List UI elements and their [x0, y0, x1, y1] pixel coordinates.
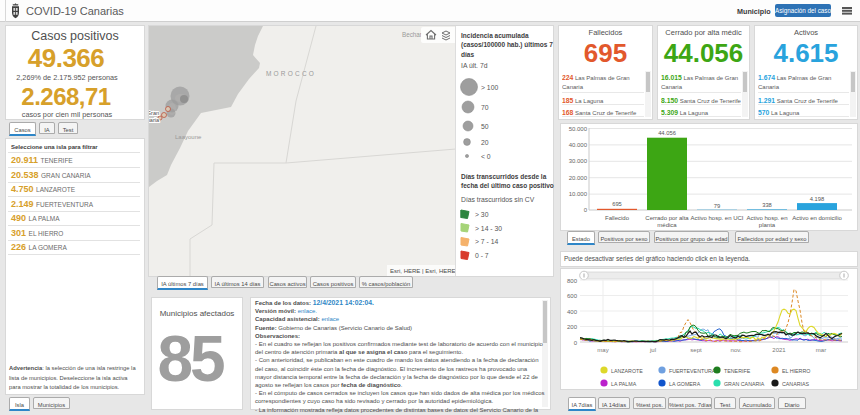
svg-text:planta: planta — [759, 222, 776, 228]
svg-text:400: 400 — [567, 309, 578, 315]
svg-text:anaria: anaria — [149, 117, 160, 123]
svg-text:20: 20 — [481, 139, 489, 146]
svg-text:10.000: 10.000 — [569, 191, 588, 197]
svg-text:sept: sept — [690, 347, 702, 353]
svg-text:Laayoune: Laayoune — [175, 134, 202, 140]
svg-text:338: 338 — [762, 202, 772, 208]
svg-text:200: 200 — [567, 324, 578, 330]
svg-text:> 30: > 30 — [475, 211, 489, 218]
svg-text:MOROCCO: MOROCCO — [266, 70, 316, 77]
svg-text:mar: mar — [816, 347, 826, 353]
svg-text:2021: 2021 — [772, 347, 786, 353]
svg-text:LANZAROTE: LANZAROTE — [611, 368, 643, 374]
svg-text:LA PALMA: LA PALMA — [611, 381, 637, 387]
svg-text:50: 50 — [481, 123, 489, 130]
svg-text:Cerrado por alta: Cerrado por alta — [645, 215, 689, 221]
svg-text:médica: médica — [657, 222, 677, 228]
svg-text:Activo hosp. en UCI: Activo hosp. en UCI — [690, 215, 743, 221]
svg-text:0: 0 — [574, 340, 578, 346]
svg-text:EL HIERRO: EL HIERRO — [782, 368, 810, 374]
svg-text:FUERTEVENTURA: FUERTEVENTURA — [669, 368, 716, 374]
svg-text:800: 800 — [567, 278, 578, 284]
svg-text:> 7 - 14: > 7 - 14 — [475, 238, 498, 245]
svg-text:20.000: 20.000 — [569, 175, 588, 181]
svg-text:Fallecido: Fallecido — [605, 215, 630, 221]
svg-text:40.000: 40.000 — [569, 142, 588, 148]
svg-text:Bechar: Bechar — [402, 31, 422, 38]
svg-text:70: 70 — [481, 104, 489, 111]
svg-text:Activo hosp. en: Activo hosp. en — [746, 215, 787, 221]
svg-text:44.056: 44.056 — [658, 130, 676, 136]
svg-text:s de Gran: s de Gran — [149, 110, 159, 116]
svg-text:600: 600 — [567, 293, 578, 299]
svg-text:< 0: < 0 — [481, 153, 491, 160]
svg-text:TENERIFE: TENERIFE — [724, 368, 751, 374]
svg-text:GRAN CANARIA: GRAN CANARIA — [724, 381, 765, 387]
svg-text:CANARIAS: CANARIAS — [782, 381, 810, 387]
svg-text:0 - 7: 0 - 7 — [475, 252, 489, 259]
svg-text:jul: jul — [649, 347, 656, 353]
svg-text:695: 695 — [612, 201, 622, 207]
svg-text:> 14 - 30: > 14 - 30 — [475, 225, 502, 232]
svg-text:Activo en domicilio: Activo en domicilio — [792, 215, 842, 221]
svg-text:LA GOMERA: LA GOMERA — [669, 381, 701, 387]
svg-text:nov.: nov. — [731, 347, 742, 353]
svg-text:Esri, HERE | Esri, HERE: Esri, HERE | Esri, HERE — [390, 268, 456, 274]
svg-text:0: 0 — [584, 207, 588, 213]
svg-text:> 100: > 100 — [481, 84, 498, 91]
svg-text:50.000: 50.000 — [569, 126, 588, 132]
svg-text:may: may — [597, 347, 608, 353]
svg-text:4.198: 4.198 — [810, 196, 825, 202]
svg-text:30.000: 30.000 — [569, 158, 588, 164]
svg-text:79: 79 — [714, 203, 720, 209]
